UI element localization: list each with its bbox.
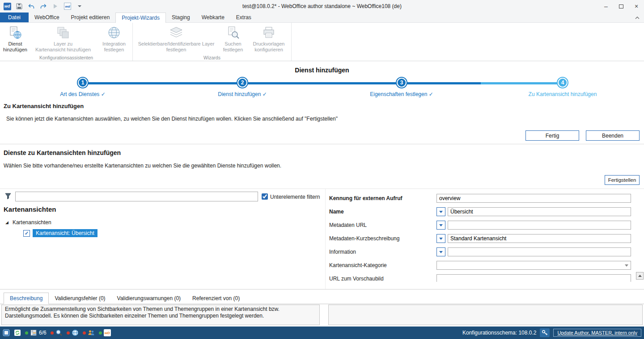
wizard-step-1[interactable]: 1 <box>78 78 88 88</box>
tree-root-label: Kartenansichten <box>13 219 51 226</box>
field-label: Kennung für externen Aufruf <box>329 195 402 201</box>
tree-expander-icon[interactable]: ◢ <box>5 220 8 225</box>
tab-beschreibung[interactable]: Beschreibung <box>4 293 49 304</box>
update-author-link[interactable]: Update Author, MASTER, intern only <box>553 329 641 337</box>
status-ok-dot <box>25 331 28 335</box>
filter-input[interactable] <box>15 192 258 201</box>
window-title: test@108.0.2* - WebOffice author standal… <box>0 0 644 13</box>
konfigurationsschema-label: Konfigurationsschema: 108.0.2 <box>462 330 536 336</box>
users-status[interactable] <box>83 329 95 336</box>
minimize-button[interactable]: – <box>598 0 614 13</box>
tab-webkarte[interactable]: Webkarte <box>196 13 230 22</box>
dienst-hinzufuegen-icon <box>8 25 23 40</box>
ribbon-item-label: hinzufügen <box>3 47 27 53</box>
ribbon-item-label: festlegen <box>166 47 186 53</box>
wizard-step-3[interactable]: 3 <box>397 78 407 88</box>
suchen-festlegen-button[interactable]: Suchen festlegen <box>219 24 247 54</box>
tab-projekt-editieren[interactable]: Projekt editieren <box>65 13 116 22</box>
mapview-selected-label[interactable]: Kartenansicht: Übersicht <box>33 229 97 237</box>
search-page-icon <box>225 25 241 40</box>
scroll-up-button[interactable] <box>636 272 644 280</box>
kennung-input[interactable] <box>436 194 631 203</box>
key-button[interactable] <box>540 328 550 337</box>
tab-staging[interactable]: Staging <box>166 13 196 22</box>
tree-root-node[interactable]: ◢ Kartenansichten <box>5 219 51 226</box>
globe-status[interactable] <box>67 329 79 336</box>
fertig-button[interactable]: Fertig <box>525 130 579 141</box>
name-input[interactable] <box>448 207 631 216</box>
ribbon-item-label: festlegen <box>104 47 124 53</box>
window-status-icon[interactable] <box>3 329 10 336</box>
chevron-down-icon <box>439 211 443 213</box>
services-text: Wählen Sie bitte vorhandene/neu erstellt… <box>4 163 281 169</box>
wizard-step-4[interactable]: 4 <box>558 78 568 88</box>
ribbon-item-label: Selektierbare/Identifizierbare Layer <box>138 41 215 47</box>
tab-referenziert-von[interactable]: Referenziert von (0) <box>186 293 246 304</box>
tab-extras[interactable]: Extras <box>230 13 257 22</box>
kurzbeschreibung-input[interactable] <box>448 234 631 243</box>
report-status[interactable]: 6/6 <box>25 329 47 336</box>
search-status[interactable] <box>51 329 63 336</box>
tree-child-node[interactable]: ✓ Kartenansicht: Übersicht <box>23 229 97 237</box>
form-row: Metadaten-Kurzbeschreibung <box>326 234 636 244</box>
ribbon-item-label: festlegen <box>223 47 243 53</box>
bottom-panel: Beschreibung Validierungsfehler (0) Vali… <box>0 289 644 326</box>
wizard-step-2[interactable]: 2 <box>237 78 247 88</box>
beenden-button[interactable]: Beenden <box>586 130 640 141</box>
wizard-section-text: Sie können jetzt die Kartenansichten aus… <box>6 116 338 122</box>
ribbon-item-label: Kartenansicht hinzufügen <box>35 47 91 53</box>
unterelemente-filtern-checkbox[interactable] <box>262 193 268 200</box>
wizard-title: Dienst hinzufügen <box>0 67 644 74</box>
wizard-progress-track-current <box>481 82 563 84</box>
selektierbare-layer-button[interactable]: Selektierbare/Identifizierbare Layer fes… <box>134 24 219 54</box>
field-label: Name <box>329 209 344 215</box>
status-error-dot <box>67 331 70 335</box>
layer-zu-kartenansicht-button[interactable]: Layer zu Kartenansicht hinzufügen <box>30 24 97 54</box>
chevron-down-icon <box>625 264 628 267</box>
close-button[interactable]: × <box>629 0 644 13</box>
tab-weboffice[interactable]: WebOffice <box>29 13 65 22</box>
name-combo-button[interactable] <box>436 207 445 216</box>
vorschaubild-input[interactable] <box>436 274 631 282</box>
tab-projekt-wizards[interactable]: Projekt-Wizards <box>115 13 166 23</box>
wizard-step-1-label: Art des Dienstes ✓ <box>11 91 154 97</box>
metadaten-url-combo-button[interactable] <box>436 221 445 230</box>
fertigstellen-button[interactable]: Fertigstellen <box>605 175 640 185</box>
ribbon-item-label: Druckvorlagen <box>253 41 285 47</box>
information-input[interactable] <box>448 247 631 256</box>
druckvorlagen-button[interactable]: Druckvorlagen konfigurieren <box>247 24 290 54</box>
dienst-hinzufuegen-button[interactable]: Dienst hinzufügen <box>1 24 30 54</box>
field-label: Kartenansicht-Kategorie <box>329 262 387 268</box>
sync-status-icon[interactable] <box>14 329 21 336</box>
maximize-button[interactable] <box>614 0 629 13</box>
mapview-checkbox[interactable]: ✓ <box>23 230 30 237</box>
ribbon-item-label: Integration <box>102 41 126 47</box>
tree-heading: Kartenansichten <box>4 205 56 213</box>
status-error-dot <box>83 331 86 335</box>
collapse-ribbon-icon[interactable] <box>635 14 640 21</box>
information-combo-button[interactable] <box>436 247 445 256</box>
wizard-progress-track-done <box>83 82 481 84</box>
weboffice-status[interactable]: wD <box>99 329 111 336</box>
maximize-icon <box>619 4 623 8</box>
mapview-tree-panel: Unterelemente filtern Kartenansichten ◢ … <box>0 189 325 289</box>
field-label: Metadaten URL <box>329 222 367 228</box>
layer-icon <box>55 25 71 40</box>
printer-icon <box>261 25 276 40</box>
bottom-tab-strip: Beschreibung Validierungsfehler (0) Vali… <box>0 292 644 304</box>
integration-festlegen-button[interactable]: Integration festlegen <box>97 24 131 54</box>
kategorie-select[interactable] <box>436 261 631 270</box>
integration-globe-icon <box>106 25 122 40</box>
metadaten-url-input[interactable] <box>448 221 631 230</box>
wizard-step-4-label: Zu Kartenansicht hinzufügen <box>491 91 634 97</box>
kurzbeschreibung-combo-button[interactable] <box>436 234 445 243</box>
ribbon-item-label: Layer zu <box>54 41 72 47</box>
tab-datei[interactable]: Datei <box>0 13 29 22</box>
wizard-step-3-label: Eigenschaften festlegen ✓ <box>330 91 473 97</box>
description-text: Ermöglicht die Zusammenstellung von Sich… <box>1 305 320 325</box>
wizard-panel: Dienst hinzufügen 1 2 3 4 Art des Dienst… <box>0 61 644 144</box>
tab-validierungsfehler[interactable]: Validierungsfehler (0) <box>49 293 111 304</box>
services-title: Dienste zu Kartenansichten hinzufügen <box>4 149 121 156</box>
tab-validierungswarnungen[interactable]: Validierungswarnungen (0) <box>111 293 187 304</box>
wizard-step-2-label: Dienst hinzufügen ✓ <box>171 91 314 97</box>
